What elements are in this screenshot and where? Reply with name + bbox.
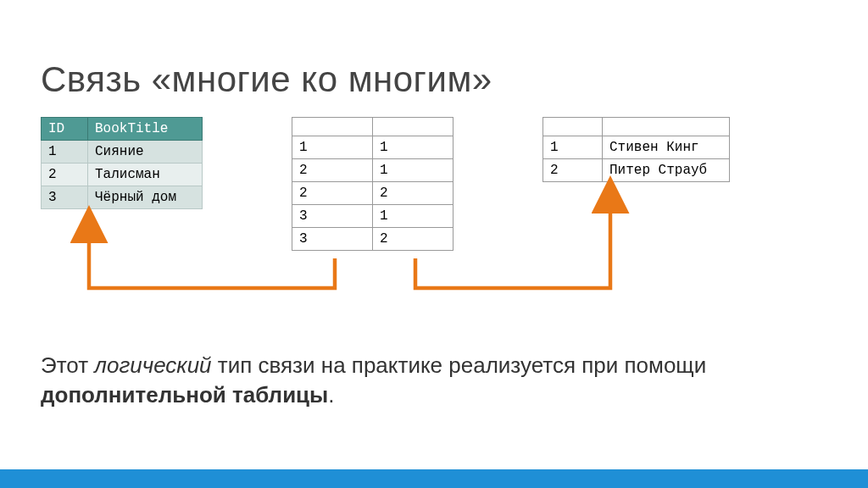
cell: Чёрный дом [88, 186, 203, 209]
slide-footer-bar [0, 469, 868, 488]
text: Этот [41, 352, 94, 378]
table-row: 1 1 [292, 136, 453, 159]
cell: Стивен Кинг [603, 136, 730, 159]
table-row: 2 Питер Страуб [543, 159, 730, 182]
cell: 1 [373, 136, 453, 159]
cell: 3 [292, 228, 373, 251]
junction-table: 1 1 2 1 2 2 3 1 3 2 [292, 117, 453, 251]
cell [543, 118, 603, 136]
cell: 1 [292, 136, 373, 159]
cell: Питер Страуб [603, 159, 730, 182]
cell: 1 [42, 141, 88, 164]
table-row: 2 Талисман [42, 164, 203, 186]
cell [373, 118, 453, 136]
cell: 3 [292, 205, 373, 228]
column-header: BookTitle [88, 118, 203, 141]
table-row: 1 Стивен Кинг [543, 136, 730, 159]
cell: 1 [373, 159, 453, 182]
cell: 2 [292, 159, 373, 182]
cell [292, 118, 373, 136]
cell: 1 [373, 205, 453, 228]
table-header-row [543, 118, 730, 136]
authors-table: 1 Стивен Кинг 2 Питер Страуб [542, 117, 730, 182]
table-row: 2 2 [292, 182, 453, 205]
cell: 2 [543, 159, 603, 182]
table-row: 3 2 [292, 228, 453, 251]
slide-title: Связь «многие ко многим» [41, 59, 492, 100]
cell: 2 [373, 228, 453, 251]
table-row: 1 Сияние [42, 141, 203, 164]
text: тип связи на практике реализуется при по… [212, 352, 707, 378]
cell: 3 [42, 186, 88, 209]
text-bold: дополнительной таблицы [41, 382, 328, 408]
table-header-row [292, 118, 453, 136]
cell: Сияние [88, 141, 203, 164]
text: . [328, 382, 334, 408]
cell: 2 [292, 182, 373, 205]
description-text: Этот логический тип связи на практике ре… [41, 351, 804, 410]
cell [603, 118, 730, 136]
cell: Талисман [88, 164, 203, 186]
table-row: 3 Чёрный дом [42, 186, 203, 209]
table-header-row: ID BookTitle [42, 118, 203, 141]
slide: Связь «многие ко многим» ID BookTitle 1 … [0, 0, 868, 488]
cell: 1 [543, 136, 603, 159]
cell: 2 [42, 164, 88, 186]
books-table: ID BookTitle 1 Сияние 2 Талисман 3 Чёрны… [41, 117, 203, 209]
column-header: ID [42, 118, 88, 141]
table-row: 2 1 [292, 159, 453, 182]
table-row: 3 1 [292, 205, 453, 228]
cell: 2 [373, 182, 453, 205]
tables-container: ID BookTitle 1 Сияние 2 Талисман 3 Чёрны… [41, 117, 730, 251]
text-italic: логический [94, 352, 211, 378]
